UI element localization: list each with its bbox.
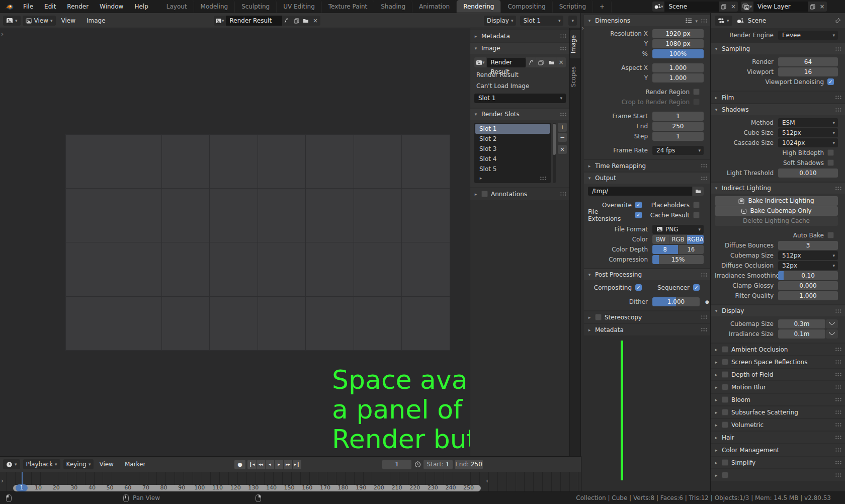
file-extensions-checkbox[interactable]: ✓ bbox=[635, 212, 642, 218]
tab-image[interactable]: Image bbox=[570, 30, 581, 58]
slot-list-scrollbar[interactable] bbox=[553, 123, 556, 183]
remove-view-layer-button[interactable]: × bbox=[817, 2, 827, 12]
end-field[interactable]: 250 bbox=[652, 122, 704, 131]
ambient-occlusion-checkbox[interactable] bbox=[722, 346, 728, 353]
collapse-icon[interactable]: ▾ bbox=[587, 272, 592, 277]
soft-shadows-checkbox[interactable] bbox=[827, 159, 834, 166]
panel-header-hair[interactable]: ▸Hair bbox=[711, 432, 845, 443]
sequencer-checkbox[interactable]: ✓ bbox=[693, 284, 700, 291]
drag-handle-icon[interactable] bbox=[835, 372, 842, 377]
expand-icon[interactable]: ▸ bbox=[587, 315, 592, 320]
new-image-button[interactable] bbox=[536, 57, 546, 67]
add-slot-button[interactable]: + bbox=[558, 123, 567, 132]
drag-handle-icon[interactable] bbox=[701, 273, 708, 277]
drag-handle-icon[interactable] bbox=[835, 473, 842, 477]
panel-header-post-processing[interactable]: ▾Post Processing bbox=[584, 269, 711, 280]
view-menu[interactable]: View bbox=[56, 14, 81, 27]
cascade-size-select[interactable]: 1024px▾ bbox=[778, 138, 838, 147]
panel-header-volumetric[interactable]: ▸Volumetric bbox=[711, 419, 845, 431]
output-path-field[interactable]: /tmp/ bbox=[588, 187, 692, 196]
expand-icon[interactable]: ▸ bbox=[714, 460, 719, 465]
render-slot-item[interactable]: Slot 5 bbox=[475, 164, 550, 174]
expand-region-icon[interactable]: › bbox=[581, 24, 584, 32]
drag-handle-icon[interactable] bbox=[835, 186, 842, 191]
panel-header-shadows[interactable]: ▾Shadows bbox=[711, 104, 845, 115]
auto-bake-checkbox[interactable] bbox=[827, 232, 834, 238]
panel-header-time-remapping[interactable]: ▸Time Remapping bbox=[584, 160, 711, 172]
timeline-ruler[interactable]: › 10203040506070809010011012013014015016… bbox=[0, 472, 581, 492]
workspace-tab-uv-editing[interactable]: UV Editing bbox=[277, 0, 322, 13]
bake-indirect-lighting-button[interactable]: Bake Indirect Lighting bbox=[715, 196, 838, 206]
previous-keyframe-button[interactable]: ◂◂ bbox=[257, 460, 265, 469]
add-workspace-tab[interactable]: + bbox=[593, 0, 612, 13]
drag-handle-icon[interactable] bbox=[835, 423, 842, 427]
panel-header-ambient-occlusion[interactable]: ▸Ambient Occlusion bbox=[711, 344, 845, 355]
expand-icon[interactable]: ▸ bbox=[473, 192, 478, 197]
expand-region-icon[interactable]: › bbox=[1, 30, 4, 38]
browse-image-button[interactable]: ▾ bbox=[214, 16, 226, 26]
mode-dropdown[interactable]: View ▾ bbox=[23, 16, 56, 26]
panel-header-metadata[interactable]: ▸Metadata bbox=[584, 324, 711, 335]
collapse-icon[interactable]: ▾ bbox=[714, 46, 719, 51]
collapse-icon[interactable]: ▾ bbox=[473, 112, 478, 117]
drag-handle-icon[interactable] bbox=[835, 410, 842, 414]
collapse-icon[interactable]: ▾ bbox=[714, 186, 719, 191]
display-dropdown[interactable]: Display▾ bbox=[484, 16, 517, 26]
panel-header-render-slots[interactable]: ▾ Render Slots bbox=[470, 109, 570, 120]
timeline-menu-marker[interactable]: Marker bbox=[119, 458, 151, 471]
collapse-icon[interactable]: ▾ bbox=[587, 176, 592, 181]
y-field[interactable]: 1080 px bbox=[652, 39, 704, 48]
expand-region-icon[interactable]: › bbox=[1, 477, 4, 484]
workspace-tab-rendering[interactable]: Rendering bbox=[457, 0, 501, 13]
expand-icon[interactable]: ▸ bbox=[714, 95, 719, 100]
panel-header-depth-of-field[interactable]: ▸Depth of Field bbox=[711, 369, 845, 380]
scene-browse-button[interactable]: ▾ bbox=[652, 2, 665, 12]
falloff-curve-button[interactable] bbox=[826, 329, 838, 339]
panel-header-display[interactable]: ▾Display bbox=[711, 305, 845, 316]
segment-option-rgb[interactable]: RGB bbox=[669, 235, 687, 244]
drag-handle-icon[interactable] bbox=[701, 163, 708, 168]
unlink-curve-icon[interactable] bbox=[526, 57, 536, 67]
cubemap-size-select[interactable]: 512px▾ bbox=[778, 251, 838, 260]
timeline-menu-playback[interactable]: Playback▾ bbox=[23, 459, 60, 469]
new-scene-button[interactable] bbox=[719, 2, 728, 12]
segment-option-bw[interactable]: BW bbox=[652, 235, 669, 244]
cache-result-checkbox[interactable] bbox=[693, 212, 700, 218]
drag-handle-icon[interactable] bbox=[560, 192, 567, 196]
drag-handle-icon[interactable] bbox=[560, 34, 567, 38]
panel-header-color-management[interactable]: ▸Color Management bbox=[711, 444, 845, 456]
workspace-tab-compositing[interactable]: Compositing bbox=[501, 0, 552, 13]
high-bitdepth-checkbox[interactable] bbox=[827, 149, 834, 156]
segment-option-16[interactable]: 16 bbox=[679, 245, 704, 254]
render-field[interactable]: 64 bbox=[778, 57, 838, 66]
panel-header-indirect-lighting[interactable]: ▾Indirect Lighting bbox=[711, 183, 845, 194]
panel-header-annotations[interactable]: ▸ Annotations bbox=[470, 188, 570, 200]
render-slot-item[interactable]: Slot 4 bbox=[475, 154, 550, 164]
-slider[interactable]: 100% bbox=[652, 49, 704, 58]
simplify-checkbox[interactable] bbox=[722, 459, 728, 466]
annotations-checkbox[interactable] bbox=[481, 191, 488, 197]
drag-handle-icon[interactable] bbox=[560, 46, 567, 51]
expand-icon[interactable]: ▸ bbox=[473, 34, 478, 39]
drag-handle-icon[interactable] bbox=[835, 448, 842, 452]
workspace-tab-scripting[interactable]: Scripting bbox=[553, 0, 593, 13]
motion-blur-checkbox[interactable] bbox=[722, 384, 728, 390]
chevron-down-icon[interactable]: ▾ bbox=[695, 17, 698, 24]
scene-name-field[interactable]: Scene bbox=[664, 2, 719, 12]
irradiance-smoothing-slider[interactable]: 0.10 bbox=[778, 271, 838, 280]
drag-handle-icon[interactable] bbox=[835, 47, 842, 51]
collapse-icon[interactable]: ▾ bbox=[714, 107, 719, 112]
expand-icon[interactable]: ▸ bbox=[714, 385, 719, 390]
end-frame-field[interactable]: End: 250 bbox=[455, 460, 483, 469]
expand-icon[interactable]: ▸ bbox=[587, 327, 592, 332]
panel-header-dimensions[interactable]: ▾Dimensions▾ bbox=[584, 15, 711, 26]
timeline-menu-keying[interactable]: Keying▾ bbox=[63, 459, 94, 469]
drag-handle-icon[interactable] bbox=[560, 112, 567, 117]
gizmos-dropdown[interactable]: ▾ bbox=[568, 16, 577, 26]
step-field[interactable]: 1 bbox=[652, 132, 704, 141]
render-slot-item[interactable]: Slot 3 bbox=[475, 144, 550, 154]
placeholders-checkbox[interactable] bbox=[693, 202, 700, 208]
irradiance-size-field[interactable]: 0.1m bbox=[778, 329, 825, 339]
expand-icon[interactable]: ▸ bbox=[714, 423, 719, 428]
compression-slider[interactable]: 15% bbox=[652, 255, 704, 264]
